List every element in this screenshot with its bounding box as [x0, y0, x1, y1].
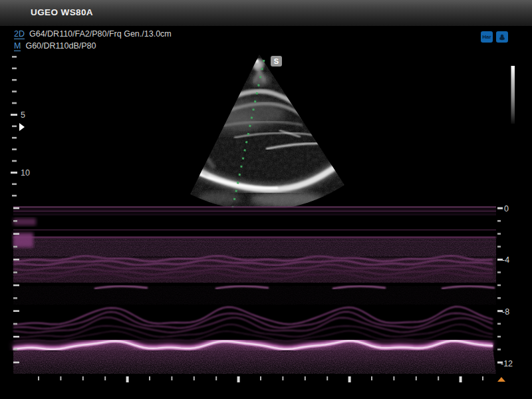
tick: [497, 323, 501, 325]
depth-ruler-2d: 5 10: [11, 56, 30, 196]
tick: [13, 259, 19, 261]
tick: [12, 79, 17, 81]
tick: [327, 376, 328, 380]
tick: [13, 285, 19, 287]
orientation-marker-label: S: [274, 57, 279, 65]
tick: [497, 310, 503, 312]
grayscale-bar: [511, 66, 515, 124]
probe-orientation-icon: [496, 31, 508, 43]
tick: [11, 172, 17, 174]
m-parameter-text: G60/DR110dB/P80: [25, 41, 96, 51]
depth-label-10: 10: [21, 168, 30, 178]
tick: [13, 336, 19, 338]
focus-marker-icon[interactable]: [19, 123, 25, 131]
tick: [13, 310, 19, 312]
tick: [13, 246, 17, 248]
tick: [497, 259, 503, 261]
tick: [13, 271, 17, 273]
tick: [497, 246, 501, 248]
m-trace-line: [13, 307, 493, 325]
tick: [460, 376, 462, 382]
depth-label-5: 5: [21, 110, 25, 120]
tick: [371, 376, 372, 380]
tick: [13, 348, 17, 350]
m-depth-label-12: -12: [501, 359, 513, 368]
tick: [13, 220, 17, 222]
harmonic-imaging-icon: Har: [481, 31, 493, 43]
tick: [497, 362, 503, 364]
tick: [12, 56, 17, 58]
2d-parameter-line: 2DG64/DR110/FA2/P80/Frq Gen./13.0cm: [14, 28, 172, 40]
tick: [13, 323, 17, 325]
tick: [416, 376, 417, 380]
status-badges: Har: [481, 31, 508, 43]
tick: [38, 376, 39, 380]
2d-parameter-text: G64/DR110/FA2/P80/Frq Gen./13.0cm: [29, 29, 172, 39]
tick: [12, 126, 17, 128]
tick: [282, 376, 283, 380]
tick: [82, 376, 84, 380]
tick: [12, 148, 17, 150]
ultrasound-screen: UGEO WS80A 2DG64/DR110/FA2/P80/Frq Gen./…: [0, 0, 532, 399]
orientation-marker: S: [271, 56, 282, 66]
m-depth-label-4: -4: [502, 255, 509, 265]
tick: [12, 68, 17, 70]
tick: [60, 376, 61, 380]
tick: [215, 376, 217, 380]
tick: [12, 90, 17, 92]
2d-image: S: [186, 52, 352, 215]
tick: [13, 362, 19, 364]
tick: [12, 137, 17, 139]
m-parameter-line: MG60/DR110dB/P80: [14, 40, 172, 52]
tick: [12, 160, 17, 162]
m-depth-label-0: 0: [504, 204, 509, 213]
m-mode-trace: [13, 207, 496, 374]
tick: [305, 376, 306, 380]
tick: [497, 233, 501, 235]
tick: [11, 114, 17, 116]
tick: [348, 376, 351, 382]
tick: [194, 376, 195, 380]
tick: [497, 220, 501, 222]
tick: [13, 297, 17, 299]
tick: [497, 285, 501, 287]
time-ruler: [38, 376, 483, 382]
tick: [497, 336, 501, 338]
tick: [438, 376, 439, 380]
tick: [126, 376, 129, 382]
tick: [13, 233, 19, 235]
m-depth-label-8: -8: [502, 307, 509, 317]
image-parameter-annotations: 2DG64/DR110/FA2/P80/Frq Gen./13.0cm MG60…: [14, 28, 172, 52]
tick: [497, 207, 503, 209]
tick: [104, 376, 106, 380]
tick: [497, 271, 501, 273]
2d-mode-label: 2D: [14, 29, 25, 39]
imaging-area: S 5 10: [0, 0, 532, 399]
tick: [497, 297, 501, 299]
m-mode-label: M: [14, 41, 21, 51]
sweep-position-icon: [497, 377, 505, 382]
tick: [12, 195, 17, 197]
tick: [260, 376, 261, 380]
tick: [171, 376, 172, 380]
depth-scale-m-right: 0 -4 -8 -12: [497, 204, 513, 368]
depth-ruler-m-left: [13, 207, 19, 364]
tick: [393, 376, 394, 380]
tick: [13, 207, 19, 209]
tick: [482, 376, 483, 380]
tick: [497, 348, 501, 350]
tick: [12, 102, 17, 104]
tick: [237, 376, 240, 382]
tick: [149, 376, 150, 380]
tick: [12, 184, 17, 186]
